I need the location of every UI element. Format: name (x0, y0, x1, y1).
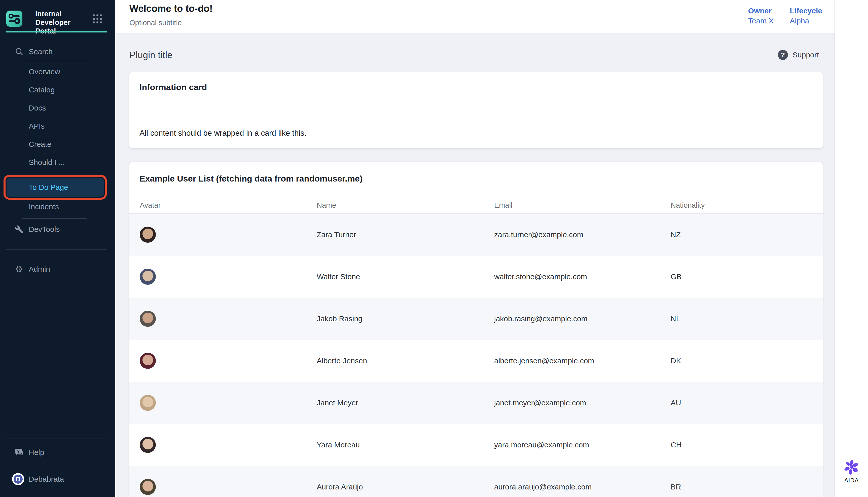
cell-email: yara.moreau@example.com (494, 441, 671, 449)
cell-name: Janet Meyer (317, 399, 494, 407)
app-logo-icon[interactable] (6, 11, 23, 27)
sidebar-item-incidents[interactable]: Incidents (0, 198, 115, 216)
avatar (140, 269, 156, 285)
sidebar-item-catalog[interactable]: Catalog (0, 81, 115, 99)
sidebar-item-create[interactable]: Create (0, 135, 115, 153)
entity-meta: Owner Team X Lifecycle Alpha (748, 6, 822, 25)
sidebar-item-label: Docs (29, 104, 46, 112)
cell-name: Zara Turner (317, 230, 494, 239)
cell-email: walter.stone@example.com (494, 272, 671, 281)
svg-text:?: ? (17, 449, 20, 453)
table-row: Walter Stone walter.stone@example.com GB (129, 256, 823, 298)
table-row: Yara Moreau yara.moreau@example.com CH (129, 424, 823, 466)
sidebar-search-label: Search (29, 47, 53, 56)
column-header-avatar: Avatar (140, 201, 317, 210)
aida-label: AIDA (844, 477, 859, 484)
support-button[interactable]: ? Support (778, 50, 819, 60)
table-row: Aurora Araújo aurora.araujo@example.com … (129, 466, 823, 497)
meta-lifecycle-label: Lifecycle (790, 6, 822, 15)
cell-nationality: AU (671, 399, 823, 407)
user-name: Debabrata (29, 475, 64, 483)
avatar (140, 437, 156, 453)
sidebar-user[interactable]: D Debabrata (0, 470, 115, 488)
table-body: Zara Turner zara.turner@example.com NZ W… (129, 213, 823, 497)
information-card: Information card All content should be w… (129, 72, 823, 148)
column-header-nationality: Nationality (671, 201, 823, 210)
cell-nationality: NL (671, 314, 823, 323)
gear-icon: ⚙ (14, 264, 24, 274)
page-header: Welcome to to-do! Optional subtitle Owne… (115, 0, 835, 33)
cell-email: aurora.araujo@example.com (494, 483, 671, 491)
question-mark-icon: ? (778, 50, 788, 60)
wrench-icon (14, 224, 24, 235)
brand-accent-rule (6, 31, 107, 32)
sidebar-item-label: Overview (29, 68, 60, 76)
table-row: Zara Turner zara.turner@example.com NZ (129, 213, 823, 256)
sidebar-item-docs[interactable]: Docs (0, 99, 115, 117)
cell-name: Aurora Araújo (317, 483, 494, 491)
meta-owner: Owner Team X (748, 6, 774, 25)
user-list-title: Example User List (fetching data from ra… (140, 174, 362, 184)
cell-nationality: CH (671, 441, 823, 449)
sidebar-item-label: APIs (29, 122, 45, 130)
sidebar-item-label: Catalog (29, 86, 55, 94)
app-grid-icon[interactable] (93, 14, 102, 24)
search-icon (14, 46, 24, 57)
divider (6, 439, 107, 439)
meta-lifecycle-link[interactable]: Alpha (790, 17, 822, 25)
cell-email: jakob.rasing@example.com (494, 314, 671, 323)
cell-email: zara.turner@example.com (494, 230, 671, 239)
sidebar-item-overview[interactable]: Overview (0, 63, 115, 81)
sidebar-item-label: Create (29, 140, 52, 148)
meta-owner-link[interactable]: Team X (748, 17, 774, 25)
aida-badge: AIDA (844, 459, 859, 484)
cell-name: Yara Moreau (317, 441, 494, 449)
avatar (140, 311, 156, 327)
page-header-subtitle: Optional subtitle (129, 19, 182, 27)
avatar (140, 395, 156, 411)
sidebar-item-label: Incidents (29, 202, 59, 211)
divider (6, 250, 107, 250)
divider (22, 61, 87, 61)
sidebar-item-label: Admin (29, 265, 50, 273)
sidebar-item-should-i[interactable]: Should I ... (0, 153, 115, 171)
table-row: Janet Meyer janet.meyer@example.com AU (129, 382, 823, 424)
cell-nationality: BR (671, 483, 823, 491)
sidebar-nav: Overview Catalog Docs APIs Create Should… (0, 63, 115, 216)
sidebar-item-admin[interactable]: ⚙ Admin (0, 260, 115, 278)
sidebar-item-apis[interactable]: APIs (0, 117, 115, 135)
cell-email: janet.meyer@example.com (494, 399, 671, 407)
sidebar-item-help[interactable]: ? Help (0, 443, 115, 462)
sidebar: Internal Developer Portal Search Overvie… (0, 0, 115, 497)
support-label: Support (793, 51, 819, 59)
user-avatar: D (12, 473, 24, 485)
meta-owner-label: Owner (748, 6, 774, 15)
avatar (140, 353, 156, 369)
sidebar-item-label: To Do Page (29, 183, 68, 191)
avatar (140, 479, 156, 495)
sidebar-search[interactable]: Search (0, 46, 115, 57)
cell-nationality: NZ (671, 230, 823, 239)
column-header-name: Name (317, 201, 494, 210)
cell-name: Jakob Rasing (317, 314, 494, 323)
meta-lifecycle: Lifecycle Alpha (790, 6, 822, 25)
cell-nationality: GB (671, 272, 823, 281)
cell-email: alberte.jensen@example.com (494, 356, 671, 365)
sidebar-item-devtools[interactable]: DevTools (0, 220, 115, 238)
information-card-body: All content should be wrapped in a card … (140, 129, 306, 138)
plugin-title: Plugin title (129, 50, 172, 60)
sidebar-item-to-do-page[interactable]: To Do Page (6, 178, 104, 197)
cell-name: Alberte Jensen (317, 356, 494, 365)
avatar (140, 227, 156, 243)
cell-nationality: DK (671, 356, 823, 365)
page-header-title: Welcome to to-do! (129, 3, 213, 14)
main-content: Welcome to to-do! Optional subtitle Owne… (115, 0, 835, 497)
column-header-email: Email (494, 201, 671, 210)
information-card-title: Information card (140, 82, 207, 92)
help-chat-icon: ? (14, 448, 24, 457)
table-row: Alberte Jensen alberte.jensen@example.co… (129, 340, 823, 382)
sidebar-item-label: Should I ... (29, 158, 65, 167)
aida-flower-icon (844, 459, 859, 475)
table-header: Avatar Name Email Nationality (129, 197, 823, 213)
cell-name: Walter Stone (317, 272, 494, 281)
